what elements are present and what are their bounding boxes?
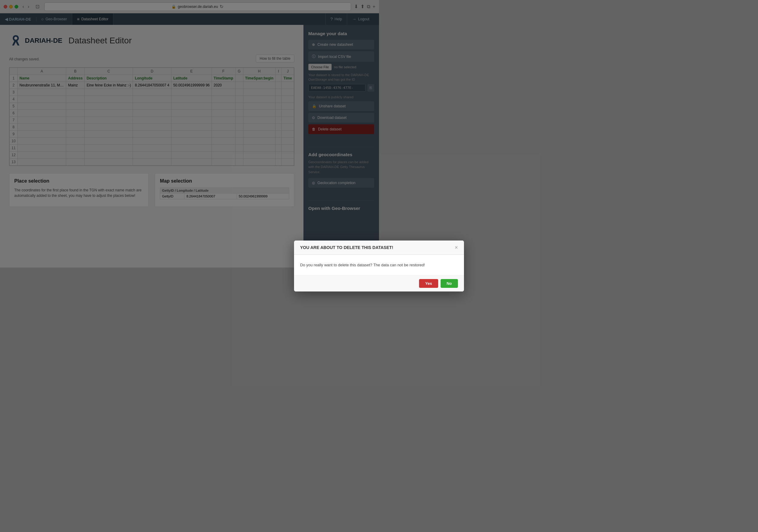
modal-overlay[interactable]: YOU ARE ABOUT TO DELETE THIS DATASET! × … — [0, 0, 379, 268]
modal-body: Do you really want to delete this datase… — [294, 255, 379, 268]
delete-modal: YOU ARE ABOUT TO DELETE THIS DATASET! × … — [294, 241, 379, 268]
modal-title: YOU ARE ABOUT TO DELETE THIS DATASET! — [300, 245, 379, 250]
modal-header: YOU ARE ABOUT TO DELETE THIS DATASET! × — [294, 241, 379, 255]
modal-body-text: Do you really want to delete this datase… — [300, 262, 379, 268]
